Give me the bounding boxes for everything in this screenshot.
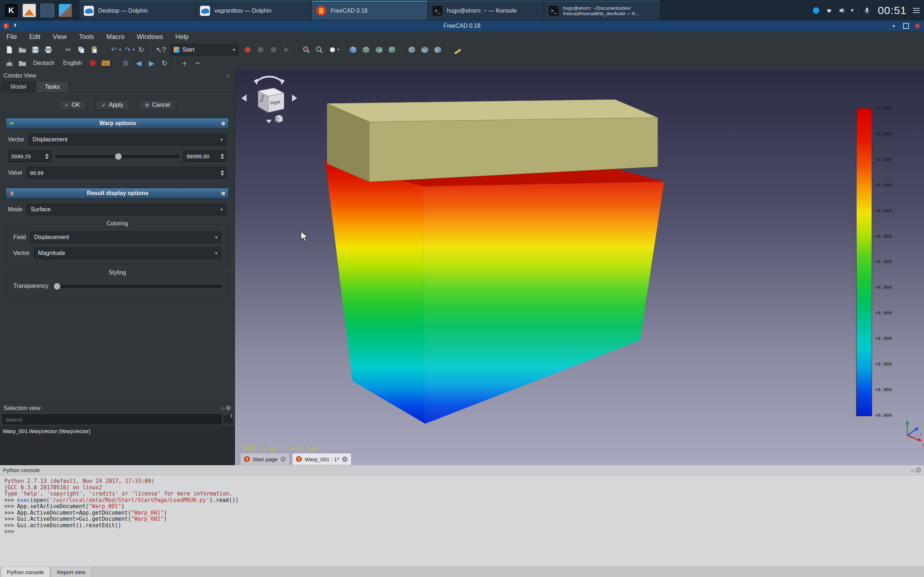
tab-start-page[interactable]: Start page × [240, 453, 290, 465]
record-icon[interactable] [86, 57, 99, 69]
top-view-icon[interactable] [373, 44, 386, 56]
spin-up-icon[interactable] [221, 154, 224, 156]
pinned-app-3-button[interactable] [58, 3, 73, 18]
panel-settings-icon[interactable] [913, 8, 920, 13]
3d-viewport[interactable]: Right front y x [235, 70, 924, 465]
apply-button[interactable]: ✓ Apply [96, 100, 129, 110]
slider-handle[interactable] [53, 283, 61, 290]
bottom-view-icon[interactable] [418, 44, 431, 56]
color-vector-combobox[interactable]: Magnitude ▾ [34, 247, 221, 259]
slider-handle[interactable] [115, 153, 122, 160]
language-deutsch-button[interactable]: Deutsch [29, 58, 59, 69]
menu-file[interactable]: File [6, 33, 17, 41]
whats-this-icon[interactable]: ↖? [155, 44, 168, 56]
spin-down-icon[interactable] [221, 174, 224, 176]
taskbar-item-konsole-2[interactable]: >_ hugo@ahorn: ~/Documents/dev/ freecad/… [544, 1, 660, 20]
right-view-icon[interactable] [386, 44, 399, 56]
language-english-button[interactable]: English [59, 58, 86, 69]
draw-style-dropdown-icon[interactable]: ▾ [338, 47, 340, 52]
volume-icon[interactable] [838, 6, 846, 15]
cancel-button[interactable]: ⊘ Cancel [139, 100, 176, 110]
close-panel-icon[interactable]: × [226, 405, 231, 411]
warp-value-spinbox[interactable]: 99.99 [27, 167, 227, 179]
close-tab-icon[interactable]: × [281, 456, 286, 462]
refresh-icon[interactable]: ↻ [135, 44, 148, 56]
undo-icon[interactable]: ↶ [108, 44, 121, 56]
network-icon[interactable] [825, 6, 834, 15]
notification-badge-icon[interactable] [812, 6, 821, 15]
warp-options-header[interactable]: Warp options [6, 118, 229, 129]
ok-button[interactable]: ✓ OK [58, 100, 86, 110]
warp-max-spinbox[interactable]: 99999.00 [183, 150, 227, 162]
microphone-icon[interactable] [863, 6, 871, 15]
keyboard-icon[interactable] [99, 57, 112, 69]
tray-expand-icon[interactable]: ▾ [851, 7, 854, 14]
tab-tasks[interactable]: Tasks [36, 81, 69, 92]
new-document-icon[interactable] [3, 44, 16, 56]
kde-menu-button[interactable]: K [3, 3, 19, 18]
search-options-icon[interactable]: 1 [224, 416, 233, 423]
cut-icon[interactable]: ✂ [62, 44, 75, 56]
spin-arrows[interactable] [218, 151, 226, 161]
navigation-cube[interactable]: Right front [241, 77, 297, 123]
close-tab-icon[interactable]: × [342, 456, 347, 462]
undo-dropdown-icon[interactable]: ▾ [119, 47, 121, 52]
python-console-body[interactable]: Python 2.7.13 (default, Nov 24 2017, 17:… [0, 475, 924, 567]
fit-all-icon[interactable] [300, 44, 313, 56]
result-display-header[interactable]: Result display options [6, 188, 229, 199]
front-view-icon[interactable] [360, 44, 373, 56]
paste-icon[interactable] [88, 44, 101, 56]
spin-arrows[interactable] [43, 151, 51, 161]
rear-view-icon[interactable] [405, 44, 418, 56]
taskbar-item-freecad[interactable]: FreeCAD 0.18 [312, 1, 427, 20]
warp-vector-combobox[interactable]: Displacement ▾ [29, 134, 227, 145]
spin-up-icon[interactable] [221, 170, 224, 172]
reload-icon[interactable]: ↻ [158, 57, 171, 69]
close-panel-icon[interactable]: × [916, 467, 921, 473]
close-icon[interactable]: × [914, 23, 921, 29]
mode-combobox[interactable]: Surface ▾ [27, 204, 227, 215]
console-prompt-line[interactable]: >>> [4, 529, 920, 535]
pinned-app-2-button[interactable] [40, 3, 55, 18]
sphere-icon[interactable] [119, 57, 132, 69]
shade-icon[interactable]: ▾ [890, 23, 897, 29]
taskbar-item-konsole-1[interactable]: >_ hugo@ahorn: ~ — Konsole [428, 1, 544, 20]
record-macro-icon[interactable] [241, 44, 254, 56]
menu-view[interactable]: View [53, 33, 67, 41]
warp-result-mesh[interactable] [324, 155, 664, 424]
transparency-slider[interactable] [53, 280, 221, 292]
spin-up-icon[interactable] [45, 154, 49, 156]
float-panel-icon[interactable]: ◇ [225, 73, 231, 79]
menu-tools[interactable]: Tools [79, 33, 94, 41]
search-input[interactable] [2, 414, 221, 424]
tab-warp-document[interactable]: Warp_001 : 1* × [292, 453, 351, 465]
spin-down-icon[interactable] [221, 157, 224, 159]
menu-edit[interactable]: Edit [29, 33, 40, 41]
workbench-selector[interactable]: Start ▾ [170, 44, 238, 56]
spin-down-icon[interactable] [45, 157, 49, 159]
menu-windows[interactable]: Windows [137, 33, 163, 41]
back-icon[interactable]: ◀ [132, 57, 145, 69]
open-document-icon[interactable] [16, 44, 29, 56]
clock[interactable]: 00:51 [876, 4, 909, 16]
zoom-in-icon[interactable]: ＋ [178, 57, 191, 69]
taskbar-item-dolphin-desktop[interactable]: Desktop — Dolphin [79, 1, 195, 20]
maximize-icon[interactable] [902, 23, 909, 29]
float-panel-icon[interactable]: ◇ [910, 467, 916, 473]
isometric-view-icon[interactable] [347, 44, 360, 56]
menu-help[interactable]: Help [175, 33, 189, 41]
model-scene[interactable]: Right front [235, 70, 924, 465]
warp-factor-slider[interactable] [56, 151, 179, 161]
execute-macro-icon[interactable] [280, 44, 293, 56]
left-view-icon[interactable] [431, 44, 444, 56]
zoom-icon[interactable] [313, 44, 326, 56]
field-combobox[interactable]: Displacement ▾ [30, 232, 221, 243]
macro-dialog-icon[interactable] [254, 44, 267, 56]
print-icon[interactable] [42, 44, 55, 56]
folder-icon[interactable] [16, 57, 29, 69]
float-panel-icon[interactable]: ◇ [220, 405, 226, 411]
warp-min-spinbox[interactable]: 5589.25 [8, 150, 51, 162]
tab-python-console[interactable]: Python console [1, 567, 50, 577]
forward-icon[interactable]: ▶ [145, 57, 158, 69]
redo-icon[interactable]: ↷ [121, 44, 134, 56]
